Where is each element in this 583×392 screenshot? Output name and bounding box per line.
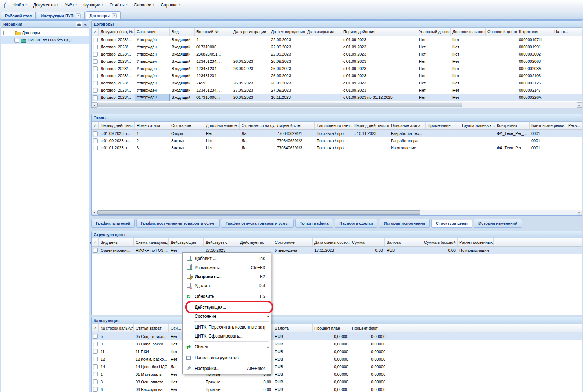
row-checkbox[interactable]: [93, 379, 98, 384]
detail-tab[interactable]: История исполнения: [379, 219, 430, 228]
column-header[interactable]: Группа лицевых с...: [460, 122, 495, 129]
table-row[interactable]: 505 Соц. отчисл...НетRUB0,000000,00000: [92, 332, 582, 340]
context-menu-item[interactable]: +Размножить...Ctrl+F3: [183, 263, 271, 272]
menubar-item[interactable]: Справка▾: [157, 1, 184, 9]
table-row[interactable]: Договор, 2023/...УтверждёнВходящий123451…: [92, 58, 582, 65]
table-row[interactable]: 909 Накл. расхо...НетRUB0,000000,00000: [92, 340, 582, 348]
column-header[interactable]: ✓: [92, 324, 99, 332]
column-header[interactable]: Состояние: [273, 238, 313, 246]
table-row[interactable]: с 01.01.2025 п...3ЗакрытНетДа7706406291\…: [92, 144, 582, 151]
context-menu-item[interactable]: Состояние▸: [183, 312, 271, 321]
detail-tab[interactable]: График отпуска товаров и услуг: [221, 219, 294, 228]
column-header[interactable]: Процент план: [313, 324, 350, 332]
find-icon[interactable]: [76, 22, 82, 27]
column-header[interactable]: Период действия...: [99, 122, 135, 129]
row-checkbox[interactable]: [93, 38, 98, 42]
row-checkbox[interactable]: [93, 88, 98, 93]
column-header[interactable]: Рекв...: [566, 122, 582, 129]
tree-checkbox[interactable]: [14, 38, 19, 43]
context-menu-item[interactable]: Панель инструментов: [183, 353, 271, 362]
tree-expander-icon[interactable]: [3, 31, 7, 35]
row-checkbox[interactable]: [93, 52, 98, 57]
column-header[interactable]: Тип лицевого счёт...: [315, 122, 352, 129]
column-header[interactable]: Сумма: [350, 238, 385, 246]
column-header[interactable]: Номер этапа: [135, 122, 169, 129]
context-menu-item[interactable]: ЦИТК. Пересчитать косвенные затраты...: [183, 322, 271, 331]
row-checkbox[interactable]: [93, 74, 98, 78]
detail-tab[interactable]: Точки графика: [295, 219, 334, 228]
context-menu-item[interactable]: +Добавить...Ins: [183, 254, 271, 263]
column-header[interactable]: Дата смены состо...: [313, 238, 350, 246]
column-header[interactable]: Вид цены: [99, 238, 134, 246]
scroll-left-arrow[interactable]: ◂: [89, 239, 92, 246]
column-header[interactable]: Схема калькуляци...: [134, 238, 169, 246]
row-checkbox[interactable]: [93, 45, 98, 49]
column-header[interactable]: Дата регистрации: [231, 28, 269, 36]
table-row[interactable]: Договор, 2023/...УтверждёнВходящий745926…: [92, 79, 582, 87]
scrollbar-thumb[interactable]: [97, 210, 420, 215]
column-header[interactable]: Условный договор: [417, 28, 451, 36]
scroll-left-icon[interactable]: ◂: [92, 102, 97, 108]
tab[interactable]: Договоры×: [86, 11, 121, 19]
tree-item[interactable]: Договоры: [1, 29, 89, 36]
table-row[interactable]: Договор, 2023/...УтверждёнВходящий017310…: [92, 43, 582, 50]
column-header[interactable]: Банковские рекви...: [530, 122, 566, 129]
tab-close-icon[interactable]: ×: [76, 13, 81, 18]
column-header[interactable]: Дополнительное с...: [451, 28, 486, 36]
detail-tab[interactable]: График поступления товаров и услуг: [136, 219, 219, 228]
context-menu-item[interactable]: ↻ОбновитьF5: [183, 292, 271, 301]
menubar-item[interactable]: Функции▾: [80, 1, 106, 9]
column-header[interactable]: Внешний №: [195, 28, 231, 36]
context-menu-item[interactable]: Настройки...Alt+Enter: [183, 364, 271, 373]
row-checkbox[interactable]: [93, 387, 98, 392]
table-row[interactable]: Договор, 2023/...УтверждёнВходящий230823…: [92, 50, 582, 58]
context-menu-item[interactable]: ×УдалитьDel: [183, 281, 271, 290]
column-header[interactable]: Сумма в базовой в...: [422, 238, 458, 246]
row-checkbox[interactable]: [93, 349, 98, 354]
menubar-item[interactable]: Файл▾: [10, 1, 30, 9]
table-row[interactable]: 606 Расходы на...НетПрямые0,00RUB0,00000…: [92, 386, 582, 392]
column-header[interactable]: № строки калькул...: [99, 324, 134, 332]
column-header[interactable]: Отражается на су...: [240, 122, 275, 129]
tree-checkbox[interactable]: [9, 31, 13, 35]
table-row[interactable]: Договор, 2023/...УтверждёнВходящий123451…: [92, 65, 582, 72]
column-header[interactable]: Действует с: [204, 238, 238, 246]
row-checkbox[interactable]: [93, 146, 98, 150]
column-header[interactable]: ✓: [92, 122, 99, 129]
column-header[interactable]: Дополнительное с...: [204, 122, 240, 129]
column-header[interactable]: Лицевой счёт: [275, 122, 315, 129]
scroll-right-icon[interactable]: ▸: [577, 210, 582, 215]
row-checkbox[interactable]: [93, 364, 98, 369]
row-checkbox[interactable]: [93, 357, 98, 361]
table-row[interactable]: с 01.09.2023 п...2ЗакрытНетДа7706406291\…: [92, 137, 582, 144]
contracts-horizontal-scrollbar[interactable]: ◂ ▸: [92, 102, 582, 108]
row-checkbox[interactable]: [93, 138, 98, 143]
detail-tab[interactable]: График платежей: [91, 219, 135, 228]
context-menu-item[interactable]: ⇄Обмен▸: [183, 342, 271, 351]
column-header[interactable]: Штрих-код: [517, 28, 552, 36]
column-header[interactable]: Расчёт косвенных: [458, 238, 494, 246]
column-header[interactable]: Документ (тип, №...: [99, 28, 135, 36]
scroll-right-icon[interactable]: ▸: [577, 102, 582, 108]
tab-close-icon[interactable]: ×: [112, 13, 117, 18]
table-row[interactable]: 1212 Комм. расхо...НетRUB0,000000,00000: [92, 355, 582, 363]
detail-tab[interactable]: История изменений: [474, 219, 522, 228]
detail-tab[interactable]: Структура цены: [431, 219, 472, 228]
table-row[interactable]: Договор, 2023/...УтверждёнВходящий017310…: [92, 94, 582, 101]
menubar-item[interactable]: Учёт▾: [61, 1, 80, 9]
row-checkbox[interactable]: [93, 372, 98, 376]
column-header[interactable]: Вид: [170, 28, 195, 36]
detail-tab[interactable]: Паспорта сделки: [335, 219, 377, 228]
row-checkbox[interactable]: [93, 66, 98, 71]
table-row[interactable]: 101 МатериалыНетПрямые0,00RUB0,000000,00…: [92, 370, 582, 378]
column-header[interactable]: Описание этапа: [389, 122, 426, 129]
context-menu-item[interactable]: Исправить...F2: [183, 272, 271, 281]
collapse-panel-icon[interactable]: «: [84, 22, 87, 27]
table-row[interactable]: 303 Осн. оплата...НетПрямые0,00RUB0,0000…: [92, 378, 582, 386]
column-header[interactable]: Примечание: [426, 122, 460, 129]
row-checkbox[interactable]: [93, 131, 98, 136]
column-header[interactable]: Основной договор: [486, 28, 517, 36]
table-row[interactable]: Ориентировоч...НИОКР по ГОЗ ...Нет27.10.…: [92, 247, 582, 254]
column-header[interactable]: ✓: [92, 238, 99, 246]
table-row[interactable]: Договор, 2023/...УтверждёнВходящий123451…: [92, 87, 582, 94]
